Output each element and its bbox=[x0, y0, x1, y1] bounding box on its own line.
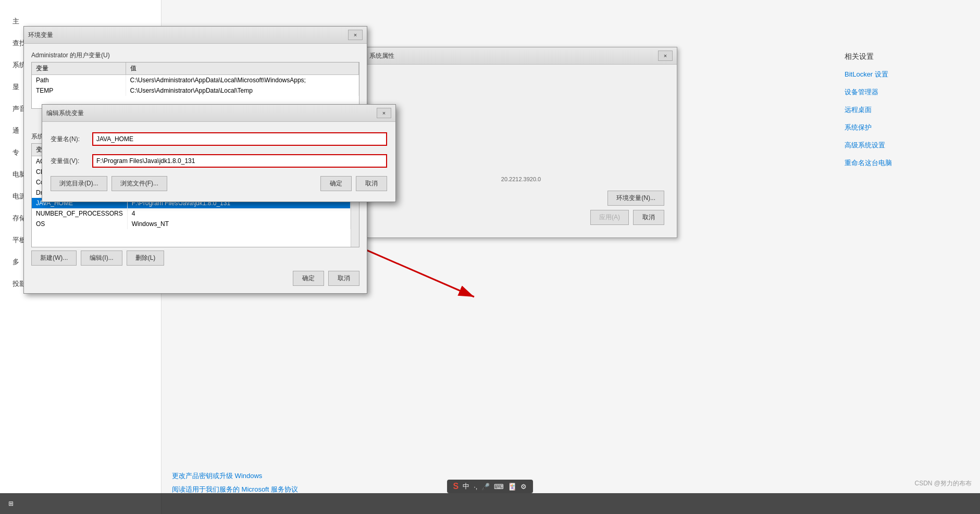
sys-vars-new-btn[interactable]: 新建(W)... bbox=[31, 250, 77, 266]
taskbar: ⊞ bbox=[0, 493, 980, 514]
sys-var-value-os: Windows_NT bbox=[127, 219, 350, 229]
sysprops-title-text: 系统属性 bbox=[369, 52, 394, 60]
edit-action-btns: 浏览目录(D)... 浏览文件(F)... 确定 取消 bbox=[51, 176, 387, 191]
rename-pc-link[interactable]: 重命名这台电脑 bbox=[845, 158, 949, 168]
sys-vars-btns: 新建(W)... 编辑(I)... 删除(L) bbox=[31, 250, 359, 266]
system-protection-link[interactable]: 系统保护 bbox=[845, 123, 949, 132]
env-vars-btn[interactable]: 环境变量(N)... bbox=[607, 191, 664, 206]
var-name-input[interactable] bbox=[92, 132, 387, 146]
edit-title-bar: 编辑系统变量 × bbox=[42, 105, 395, 122]
edit-title-text: 编辑系统变量 bbox=[46, 109, 84, 118]
sys-var-name-os: OS bbox=[32, 219, 127, 229]
user-vars-label: Administrator 的用户变量(U) bbox=[31, 51, 359, 60]
var-name-label: 变量名(N): bbox=[51, 135, 92, 144]
im-keyboard[interactable]: ⌨ bbox=[494, 483, 504, 491]
var-value-input[interactable] bbox=[92, 154, 387, 168]
edit-close-btn[interactable]: × bbox=[377, 108, 391, 118]
input-method-bar: S 中 ·, 🎤 ⌨ 🃏 ⚙ bbox=[447, 480, 534, 493]
im-settings[interactable]: ⚙ bbox=[520, 483, 527, 491]
advanced-system-link[interactable]: 高级系统设置 bbox=[845, 141, 949, 150]
user-var-value-temp: C:\Users\Administrator\AppData\Local\Tem… bbox=[126, 85, 359, 96]
user-var-row-temp[interactable]: TEMP C:\Users\Administrator\AppData\Loca… bbox=[32, 85, 359, 96]
sys-var-name-nproc: NUMBER_OF_PROCESSORS bbox=[32, 208, 127, 219]
sysprops-ok-cancel: 应用(A) 取消 bbox=[378, 210, 664, 225]
edit-ok-btn[interactable]: 确定 bbox=[320, 176, 352, 191]
version-text: 20.2212.3920.0 bbox=[378, 176, 664, 182]
remote-desktop-link[interactable]: 远程桌面 bbox=[845, 105, 949, 115]
im-chinese[interactable]: 中 bbox=[463, 482, 469, 491]
bitlocker-link[interactable]: BitLocker 设置 bbox=[845, 70, 949, 79]
user-var-value-path: C:\Users\Administrator\AppData\Local\Mic… bbox=[126, 75, 359, 86]
edit-window-controls: × bbox=[377, 108, 391, 118]
user-vars-col-name: 变量 bbox=[32, 62, 126, 75]
device-manager-link[interactable]: 设备管理器 bbox=[845, 87, 949, 97]
taskbar-start[interactable]: ⊞ bbox=[0, 498, 22, 509]
envvars-cancel-btn[interactable]: 取消 bbox=[328, 271, 359, 286]
user-var-name-path: Path bbox=[32, 75, 126, 86]
sysprops-content: 20.2212.3920.0 环境变量(N)... 应用(A) 取消 bbox=[365, 65, 677, 237]
im-emoji[interactable]: 🃏 bbox=[508, 483, 516, 491]
envvars-title-bar: 环境变量 × bbox=[24, 27, 367, 44]
im-voice[interactable]: 🎤 bbox=[481, 483, 490, 491]
envvars-bottom-btns: 确定 取消 bbox=[31, 271, 359, 286]
system-properties-dialog: 系统属性 × 20.2212.3920.0 环境变量(N)... 应用(A) 取… bbox=[365, 47, 677, 238]
var-value-label: 变量值(V): bbox=[51, 157, 92, 166]
sysprops-title-bar: 系统属性 × bbox=[365, 47, 677, 65]
browse-dir-btn[interactable]: 浏览目录(D)... bbox=[51, 176, 107, 191]
user-var-name-temp: TEMP bbox=[32, 85, 126, 96]
sysprops-cancel-btn[interactable]: 取消 bbox=[633, 210, 664, 225]
sysprops-bottom-btns: 环境变量(N)... bbox=[378, 191, 664, 206]
sys-var-row-nproc[interactable]: NUMBER_OF_PROCESSORS 4 bbox=[32, 208, 351, 219]
sysprops-apply-btn[interactable]: 应用(A) bbox=[590, 210, 629, 225]
envvars-close-btn[interactable]: × bbox=[348, 30, 363, 40]
envvars-ok-btn[interactable]: 确定 bbox=[293, 271, 324, 286]
related-settings-title: 相关设置 bbox=[845, 52, 949, 61]
var-value-row: 变量值(V): bbox=[51, 154, 387, 168]
watermark: CSDN @努力的布布 bbox=[914, 479, 972, 488]
edit-var-dialog: 编辑系统变量 × 变量名(N): 变量值(V): 浏览目录(D)... 浏览文件… bbox=[42, 104, 396, 202]
sysprops-window-controls: × bbox=[658, 51, 673, 61]
im-punctuation[interactable]: ·, bbox=[474, 483, 477, 491]
upgrade-windows-link[interactable]: 更改产品密钥或升级 Windows bbox=[172, 471, 298, 481]
right-panel: 相关设置 BitLocker 设置 设备管理器 远程桌面 系统保护 高级系统设置… bbox=[845, 52, 949, 176]
sysprops-close-btn[interactable]: × bbox=[658, 51, 673, 61]
im-logo[interactable]: S bbox=[453, 482, 459, 491]
envvars-window-controls: × bbox=[348, 30, 363, 40]
edit-cancel-btn[interactable]: 取消 bbox=[356, 176, 387, 191]
sys-vars-delete-btn[interactable]: 删除(L) bbox=[127, 250, 165, 266]
user-var-row-path[interactable]: Path C:\Users\Administrator\AppData\Loca… bbox=[32, 75, 359, 86]
user-vars-table: 变量 值 Path C:\Users\Administrator\AppData… bbox=[32, 62, 359, 96]
envvars-title-text: 环境变量 bbox=[28, 31, 53, 40]
user-vars-table-container: 变量 值 Path C:\Users\Administrator\AppData… bbox=[31, 62, 359, 109]
edit-content: 变量名(N): 变量值(V): 浏览目录(D)... 浏览文件(F)... 确定… bbox=[42, 122, 395, 202]
sys-var-row-os[interactable]: OS Windows_NT bbox=[32, 219, 351, 229]
var-name-row: 变量名(N): bbox=[51, 132, 387, 146]
sys-vars-edit-btn[interactable]: 编辑(I)... bbox=[81, 250, 122, 266]
sys-var-value-nproc: 4 bbox=[127, 208, 350, 219]
user-vars-col-value: 值 bbox=[126, 62, 359, 75]
browse-file-btn[interactable]: 浏览文件(F)... bbox=[111, 176, 167, 191]
